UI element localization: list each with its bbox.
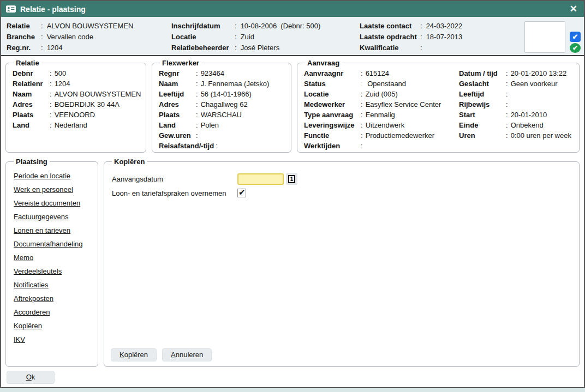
field-rijbewijs: Rijbewijs: xyxy=(459,99,574,110)
field-type-aanvraag: Type aanvraag:Eenmalig xyxy=(304,110,459,120)
field-colon: : xyxy=(233,43,241,53)
field-colon: : xyxy=(194,79,201,89)
field-colon: : xyxy=(359,89,366,99)
field-geslacht: Geslacht:Geen voorkeur xyxy=(459,79,574,89)
nav-vereiste-documenten[interactable]: Vereiste documenten xyxy=(14,199,92,208)
field-locatie: Locatie:Zuid (005) xyxy=(304,89,459,99)
field-value: 20-01-2010 xyxy=(511,110,547,120)
field-regnr: Regnr:923464 xyxy=(159,68,285,79)
nav-periode-en-locatie[interactable]: Periode en locatie xyxy=(14,172,92,180)
calendar-button[interactable]: 1 xyxy=(286,173,297,185)
field-colon: : xyxy=(48,68,55,79)
field-colon: : xyxy=(359,130,366,141)
field-colon: : xyxy=(504,120,511,130)
field-colon: : xyxy=(39,32,47,43)
field-label: Relatie xyxy=(7,21,39,32)
window-title: Relatie - plaatsing xyxy=(20,5,86,14)
field-werktijden: Werktijden: xyxy=(304,141,459,151)
nav-lonen-en-tarieven[interactable]: Lonen en tarieven xyxy=(14,226,92,235)
aanvangsdatum-input[interactable] xyxy=(237,173,284,185)
field-colon: : xyxy=(359,120,366,130)
nav-documentafhandeling[interactable]: Documentafhandeling xyxy=(14,240,92,249)
field-value: Chagallweg 62 xyxy=(201,99,248,110)
field-value: Openstaand xyxy=(366,79,406,89)
field-naam: Naam:ALVON BOUWSYSTEMEN xyxy=(13,89,140,99)
field-value: Nederland xyxy=(55,120,87,130)
nav-accorderen[interactable]: Accorderen xyxy=(14,308,92,317)
field-adres: Adres:BOEDRDIJK 30 44A xyxy=(13,99,140,110)
nav-ikv[interactable]: IKV xyxy=(14,335,92,344)
field-value: WARSCHAU xyxy=(201,110,242,120)
aanvangsdatum-row: Aanvangsdatum 1 xyxy=(112,173,574,185)
field-value: 923464 xyxy=(201,68,224,79)
field-label: Relatienr xyxy=(13,79,48,89)
field-label: Geslacht xyxy=(459,79,504,89)
field-label: Naam xyxy=(159,79,194,89)
nav-verdeelsleutels[interactable]: Verdeelsleutels xyxy=(14,267,92,276)
header-column-dates: Inschrijfdatum:10-08-2006 (Debnr: 500) L… xyxy=(171,21,360,53)
aanvraag-left-column: Aanvraagnr:615124 Status: Openstaand Loc… xyxy=(304,68,459,151)
field-datum-tijd: Datum / tijd:20-01-2010 13:22 xyxy=(459,68,574,79)
field-colon: : xyxy=(48,120,55,130)
field-label: Aanvraagnr xyxy=(304,68,359,79)
nav-memo[interactable]: Memo xyxy=(14,254,92,262)
field-colon: : xyxy=(48,79,55,89)
header-field-laatste-contact: Laatste contact:24-03-2022 xyxy=(360,21,524,32)
field-colon: : xyxy=(194,68,201,79)
field-colon: : xyxy=(194,130,201,141)
relatie-groupbox: Relatie Debnr:500 Relatienr:1204 Naam:AL… xyxy=(5,59,146,153)
field-label: Kwalificatie xyxy=(360,43,419,53)
field-value: VEENOORD xyxy=(55,110,95,120)
field-value: ALVON BOUWSYSTEMEN xyxy=(47,21,134,32)
flexwerker-legend: Flexwerker xyxy=(160,59,201,67)
nav-notificaties[interactable]: Notificaties xyxy=(14,281,92,290)
field-value: 1204 xyxy=(47,43,63,53)
field-label: Regnr xyxy=(159,68,194,79)
field-label: Leveringswijze xyxy=(304,120,359,130)
field-colon: : xyxy=(233,21,241,32)
field-label: Adres xyxy=(13,99,48,110)
field-label: Plaats xyxy=(159,110,194,120)
nav-werk-en-personeel[interactable]: Werk en personeel xyxy=(14,185,92,194)
relatie-plaatsing-window: Relatie - plaatsing ✕ Relatie:ALVON BOUW… xyxy=(0,0,585,388)
field-label: Medewerker xyxy=(304,99,359,110)
field-label: Datum / tijd xyxy=(459,68,504,79)
field-value: José Pieters xyxy=(241,43,280,53)
field-value: Polen xyxy=(201,120,219,130)
loon-overnemen-checkbox[interactable] xyxy=(237,189,246,197)
field-land: Land:Polen xyxy=(159,120,285,130)
field-label: Leeftijd xyxy=(159,89,194,99)
field-functie: Functie:Productiemedewerker xyxy=(304,130,459,141)
field-value: BOEDRDIJK 30 44A xyxy=(55,99,120,110)
field-colon: : xyxy=(359,110,366,120)
field-value: Uitzendwerk xyxy=(366,120,405,130)
aanvraag-groupbox: Aanvraag Aanvraagnr:615124 Status: Opens… xyxy=(297,59,580,153)
field-value: Easyflex Service Center xyxy=(366,99,441,110)
field-label: Leeftijd xyxy=(459,89,504,99)
relation-summary-header: Relatie:ALVON BOUWSYSTEMEN Branche:Verva… xyxy=(1,17,584,56)
field-colon: : xyxy=(359,99,366,110)
annuleren-button[interactable]: Annuleren xyxy=(162,348,212,361)
field-label: Rijbewijs xyxy=(459,99,504,110)
kopieren-button[interactable]: Kopiëren xyxy=(111,348,157,361)
calendar-icon: 1 xyxy=(288,175,296,183)
checked-checkbox-icon[interactable]: ✔ xyxy=(570,32,581,42)
field-value: 500 xyxy=(55,68,67,79)
close-icon[interactable]: ✕ xyxy=(570,4,577,14)
nav-factuurgegevens[interactable]: Factuurgegevens xyxy=(14,213,92,221)
field-colon: : xyxy=(48,89,55,99)
ok-button[interactable]: Ok xyxy=(7,371,55,384)
field-value: Eenmalig xyxy=(366,110,395,120)
field-value: Zuid xyxy=(241,32,254,43)
field-label: Land xyxy=(159,120,194,130)
field-colon: : xyxy=(504,99,511,110)
field-colon: : xyxy=(194,110,201,120)
dialog-footer: Ok xyxy=(5,371,580,384)
field-label: Reisafstand/-tijd xyxy=(159,141,214,151)
field-colon: : xyxy=(39,43,47,53)
field-label: Einde xyxy=(459,120,504,130)
nav-kopieren[interactable]: Kopiëren xyxy=(14,322,92,330)
field-reisafstand: Reisafstand/-tijd: xyxy=(159,141,285,151)
nav-aftrekposten[interactable]: Aftrekposten xyxy=(14,294,92,303)
field-gew-uren: Gew.uren: xyxy=(159,130,285,141)
